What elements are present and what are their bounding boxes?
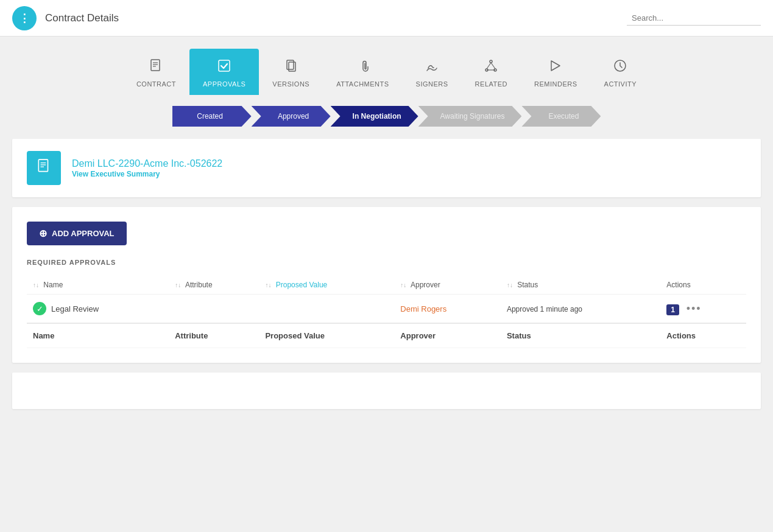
sub-col-approver: Approver xyxy=(394,323,501,348)
header: ⋮ Contract Details xyxy=(0,0,773,37)
col-status-label: Status xyxy=(517,281,538,289)
row-status-cell: Approved 1 minute ago xyxy=(501,295,660,324)
related-icon xyxy=(484,58,498,77)
row-actions-cell: 1 ••• xyxy=(660,295,746,324)
table-row: ✓ Legal Review Demi Rogers Approved xyxy=(27,295,746,324)
contract-info: Demi LLC-2290-Acme Inc.-052622 View Exec… xyxy=(72,158,222,178)
tab-approvals[interactable]: APPROVALS xyxy=(189,49,259,95)
col-name-label: Name xyxy=(43,281,63,289)
progress-bar: Created Approved In Negotiation Awaiting… xyxy=(0,95,773,139)
col-approver[interactable]: ↑↓ Approver xyxy=(394,276,501,295)
step-created-label: Created xyxy=(172,106,252,127)
contract-icon xyxy=(149,58,163,77)
tab-signers-label: SIGNERS xyxy=(416,80,448,88)
contract-name[interactable]: Demi LLC-2290-Acme Inc.-052622 xyxy=(72,158,222,169)
logo-icon: ⋮ xyxy=(19,12,30,25)
step-executed: Executed xyxy=(521,106,601,127)
svg-line-11 xyxy=(491,63,495,69)
add-approval-button[interactable]: ⊕ ADD APPROVAL xyxy=(27,222,127,245)
svg-line-10 xyxy=(487,63,491,69)
badge-count[interactable]: 1 xyxy=(666,304,679,315)
tab-attachments-label: ATTACHMENTS xyxy=(336,80,389,88)
sub-col-status: Status xyxy=(501,323,660,348)
tab-bar: CONTRACT APPROVALS VERSIONS ATTACHMENTS xyxy=(0,37,773,95)
more-actions-button[interactable]: ••• xyxy=(687,303,702,315)
col-actions: Actions xyxy=(660,276,746,295)
versions-icon xyxy=(284,58,298,77)
approvals-table: ↑↓ Name ↑↓ Attribute ↑↓ Proposed Value ↑… xyxy=(27,276,746,348)
svg-rect-0 xyxy=(151,60,160,71)
sort-name-icon: ↑↓ xyxy=(33,282,39,289)
plus-icon: ⊕ xyxy=(39,228,47,239)
tab-reminders[interactable]: REMINDERS xyxy=(521,49,591,95)
tab-signers[interactable]: SIGNERS xyxy=(403,49,462,95)
row-status: Approved 1 minute ago xyxy=(507,305,582,313)
app-logo[interactable]: ⋮ xyxy=(12,6,37,30)
tab-activity[interactable]: ACTIVITY xyxy=(591,49,651,95)
col-name[interactable]: ↑↓ Name xyxy=(27,276,169,295)
contract-doc-icon xyxy=(36,158,52,178)
col-status[interactable]: ↑↓ Status xyxy=(501,276,660,295)
reminders-icon xyxy=(548,58,563,77)
col-proposed-label: Proposed Value xyxy=(276,281,328,289)
tab-reminders-label: REMINDERS xyxy=(534,80,577,88)
tab-versions[interactable]: VERSIONS xyxy=(259,49,323,95)
sort-approver-icon: ↑↓ xyxy=(400,282,406,289)
attachments-icon xyxy=(355,58,370,77)
row-approver[interactable]: Demi Rogers xyxy=(400,304,447,313)
search-input[interactable] xyxy=(627,11,761,26)
col-attribute-label: Attribute xyxy=(185,281,213,289)
tab-contract[interactable]: CONTRACT xyxy=(123,49,189,95)
row-name: Legal Review xyxy=(51,304,99,313)
contract-icon-box xyxy=(27,151,61,185)
step-negotiation-label: In Negotiation xyxy=(331,106,418,127)
tab-approvals-label: APPROVALS xyxy=(203,80,245,88)
contract-card: Demi LLC-2290-Acme Inc.-052622 View Exec… xyxy=(12,139,761,197)
step-approved: Approved xyxy=(252,106,331,127)
svg-point-7 xyxy=(490,60,492,63)
approved-check-icon: ✓ xyxy=(33,302,46,315)
approvals-icon xyxy=(217,58,231,77)
tab-related[interactable]: RELATED xyxy=(462,49,521,95)
row-approver-cell: Demi Rogers xyxy=(394,295,501,324)
row-name-cell: ✓ Legal Review xyxy=(27,295,169,324)
signers-icon xyxy=(425,58,439,77)
add-approval-label: ADD APPROVAL xyxy=(52,229,115,238)
sub-col-proposed: Proposed Value xyxy=(259,323,394,348)
main-content: Demi LLC-2290-Acme Inc.-052622 View Exec… xyxy=(0,139,773,421)
required-approvals-title: REQUIRED APPROVALS xyxy=(27,259,746,266)
svg-rect-14 xyxy=(38,159,48,172)
sort-status-icon: ↑↓ xyxy=(507,282,513,289)
table-header-row: ↑↓ Name ↑↓ Attribute ↑↓ Proposed Value ↑… xyxy=(27,276,746,295)
step-awaiting-label: Awaiting Signatures xyxy=(418,106,522,127)
bottom-card xyxy=(12,373,761,409)
step-negotiation: In Negotiation xyxy=(331,106,418,127)
sort-attr-icon: ↑↓ xyxy=(175,282,181,289)
step-awaiting: Awaiting Signatures xyxy=(418,106,522,127)
col-proposed-value[interactable]: ↑↓ Proposed Value xyxy=(259,276,394,295)
tab-related-label: RELATED xyxy=(475,80,507,88)
tab-versions-label: VERSIONS xyxy=(272,80,309,88)
view-executive-summary-link[interactable]: View Executive Summary xyxy=(72,170,160,178)
step-executed-label: Executed xyxy=(521,106,601,127)
sub-col-name: Name xyxy=(27,323,169,348)
step-created: Created xyxy=(172,106,252,127)
sub-col-actions: Actions xyxy=(660,323,746,348)
col-attribute[interactable]: ↑↓ Attribute xyxy=(169,276,259,295)
step-approved-label: Approved xyxy=(252,106,331,127)
activity-icon xyxy=(613,58,627,77)
page-title: Contract Details xyxy=(45,12,119,24)
sub-col-attribute: Attribute xyxy=(169,323,259,348)
tab-attachments[interactable]: ATTACHMENTS xyxy=(323,49,402,95)
row-attribute-cell xyxy=(169,295,259,324)
sub-header-row: Name Attribute Proposed Value Approver S… xyxy=(27,323,746,348)
svg-rect-4 xyxy=(219,60,230,71)
col-approver-label: Approver xyxy=(411,281,440,289)
row-proposed-cell xyxy=(259,295,394,324)
col-actions-label: Actions xyxy=(666,281,690,289)
sort-proposed-icon: ↑↓ xyxy=(265,282,271,289)
approvals-section: ⊕ ADD APPROVAL REQUIRED APPROVALS ↑↓ Nam… xyxy=(12,207,761,363)
tab-activity-label: ACTIVITY xyxy=(604,80,637,88)
tab-contract-label: CONTRACT xyxy=(136,80,176,88)
